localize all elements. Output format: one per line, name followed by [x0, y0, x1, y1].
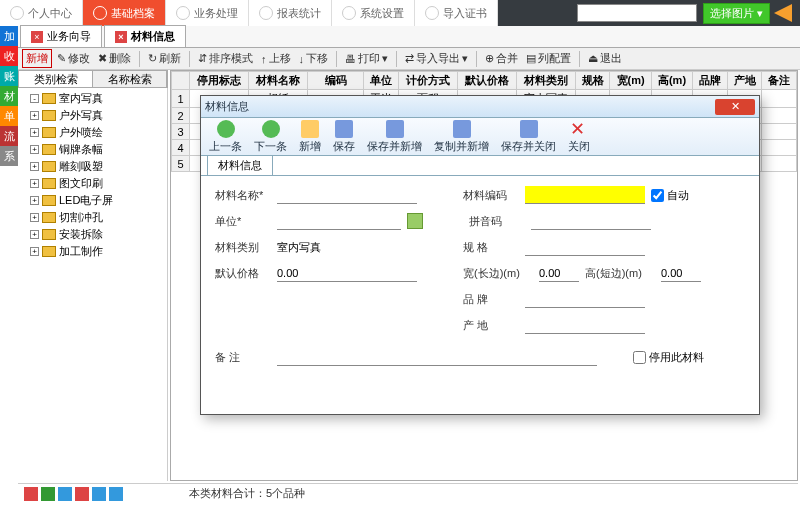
- dialog-tab-info[interactable]: 材料信息: [207, 155, 273, 175]
- choose-image-button[interactable]: 选择图片 ▾: [703, 3, 770, 24]
- tree-node[interactable]: +LED电子屏: [20, 192, 165, 209]
- user-icon: [10, 6, 24, 20]
- tree-node[interactable]: -室内写真: [20, 90, 165, 107]
- rail-flow[interactable]: 流: [0, 126, 18, 146]
- sortmode-button[interactable]: ⇵排序模式: [195, 50, 256, 67]
- copy-new-button[interactable]: 复制并新增: [434, 120, 489, 154]
- new-button[interactable]: 新增: [22, 49, 52, 68]
- name-input[interactable]: [277, 186, 417, 204]
- left-rail: 加 收 账 材 单 流 系: [0, 26, 18, 166]
- dialog-close-button[interactable]: ✕: [715, 99, 755, 115]
- subtab-guide[interactable]: ×业务向导: [20, 25, 102, 47]
- rail-add[interactable]: 加: [0, 26, 18, 46]
- folder-icon: [42, 127, 56, 138]
- search-input[interactable]: [577, 4, 697, 22]
- dialog-titlebar[interactable]: 材料信息 ✕: [201, 96, 759, 118]
- edit-button[interactable]: ✎修改: [54, 50, 93, 67]
- cols-button[interactable]: ▤列配置: [523, 50, 574, 67]
- del-tree-button[interactable]: [24, 487, 38, 501]
- add-tree-button[interactable]: [41, 487, 55, 501]
- up-button[interactable]: ↑上移: [258, 50, 294, 67]
- subtab-material[interactable]: ×材料信息: [104, 25, 186, 47]
- pick-icon[interactable]: [407, 213, 423, 229]
- label-origin: 产 地: [463, 318, 519, 333]
- next-button[interactable]: 下一条: [254, 120, 287, 154]
- code-input[interactable]: [525, 186, 645, 204]
- label-remark: 备 注: [215, 350, 271, 365]
- label-h: 高(短边)(m): [585, 266, 655, 281]
- footer: 本类材料合计：5个品种: [18, 483, 798, 503]
- tab-biz[interactable]: 业务处理: [166, 0, 249, 26]
- label-brand: 品 牌: [463, 292, 519, 307]
- close-icon[interactable]: ×: [31, 31, 43, 43]
- dialog-toolbar: 上一条 下一条 新增 保存 保存并新增 复制并新增 保存并关闭 ✕关闭: [201, 118, 759, 156]
- down-button[interactable]: ↓下移: [296, 50, 332, 67]
- save-button[interactable]: 保存: [333, 120, 355, 154]
- save-new-button[interactable]: 保存并新增: [367, 120, 422, 154]
- dialog-title: 材料信息: [205, 99, 715, 114]
- key-icon: [425, 6, 439, 20]
- folder-icon: [42, 161, 56, 172]
- rail-sys[interactable]: 系: [0, 146, 18, 166]
- merge-button[interactable]: ⊕合并: [482, 50, 521, 67]
- remark-input[interactable]: [277, 348, 597, 366]
- doc-icon: [176, 6, 190, 20]
- rail-recv[interactable]: 收: [0, 46, 18, 66]
- tab-settings[interactable]: 系统设置: [332, 0, 415, 26]
- rail-order[interactable]: 单: [0, 106, 18, 126]
- folder-icon: [42, 195, 56, 206]
- h-input[interactable]: [661, 264, 701, 282]
- label-unit: 单位*: [215, 214, 271, 229]
- tree-node[interactable]: +雕刻吸塑: [20, 158, 165, 175]
- tab-cert[interactable]: 导入证书: [415, 0, 498, 26]
- top-nav: 个人中心 基础档案 业务处理 报表统计 系统设置 导入证书 选择图片 ▾: [0, 0, 800, 26]
- remove-tree-button[interactable]: [75, 487, 89, 501]
- up-tree-button[interactable]: [92, 487, 106, 501]
- close-icon[interactable]: ×: [115, 31, 127, 43]
- rail-acct[interactable]: 账: [0, 66, 18, 86]
- io-button[interactable]: ⇄导入导出 ▾: [402, 50, 471, 67]
- down-tree-button[interactable]: [109, 487, 123, 501]
- refresh-button[interactable]: ↻刷新: [145, 50, 184, 67]
- folder-icon: [42, 178, 56, 189]
- tree-node[interactable]: +户外写真: [20, 107, 165, 124]
- tree-node[interactable]: +铜牌条幅: [20, 141, 165, 158]
- folder-icon: [42, 229, 56, 240]
- tree-node[interactable]: +户外喷绘: [20, 124, 165, 141]
- tab-personal[interactable]: 个人中心: [0, 0, 83, 26]
- pinyin-input[interactable]: [531, 212, 651, 230]
- chart-icon: [259, 6, 273, 20]
- print-button[interactable]: 🖶打印 ▾: [342, 50, 391, 67]
- delete-button[interactable]: ✖删除: [95, 50, 134, 67]
- auto-checkbox[interactable]: 自动: [651, 188, 689, 203]
- disable-checkbox[interactable]: 停用此材料: [633, 350, 704, 365]
- origin-input[interactable]: [525, 316, 645, 334]
- spec-input[interactable]: [525, 238, 645, 256]
- footer-stat: 本类材料合计：5个品种: [189, 486, 305, 501]
- list-icon: [93, 6, 107, 20]
- tab-report[interactable]: 报表统计: [249, 0, 332, 26]
- tree-node[interactable]: +安装拆除: [20, 226, 165, 243]
- horn-icon[interactable]: [774, 4, 792, 22]
- prev-button[interactable]: 上一条: [209, 120, 242, 154]
- tree-node[interactable]: +切割冲孔: [20, 209, 165, 226]
- dialog-close2-button[interactable]: ✕关闭: [568, 120, 590, 154]
- rail-mat[interactable]: 材: [0, 86, 18, 106]
- edit-tree-button[interactable]: [58, 487, 72, 501]
- folder-icon: [42, 93, 56, 104]
- price-input[interactable]: [277, 264, 417, 282]
- tree-tab-category[interactable]: 类别检索: [19, 71, 93, 87]
- dialog-new-button[interactable]: 新增: [299, 120, 321, 154]
- exit-button[interactable]: ⏏退出: [585, 50, 625, 67]
- tab-base[interactable]: 基础档案: [83, 0, 166, 26]
- unit-input[interactable]: [277, 212, 401, 230]
- brand-input[interactable]: [525, 290, 645, 308]
- label-spec: 规 格: [463, 240, 519, 255]
- w-input[interactable]: [539, 264, 579, 282]
- tree-node[interactable]: +图文印刷: [20, 175, 165, 192]
- tree-node[interactable]: +加工制作: [20, 243, 165, 260]
- tree-tab-name[interactable]: 名称检索: [93, 71, 167, 87]
- label-cat: 材料类别: [215, 240, 271, 255]
- label-w: 宽(长边)(m): [463, 266, 533, 281]
- save-close-button[interactable]: 保存并关闭: [501, 120, 556, 154]
